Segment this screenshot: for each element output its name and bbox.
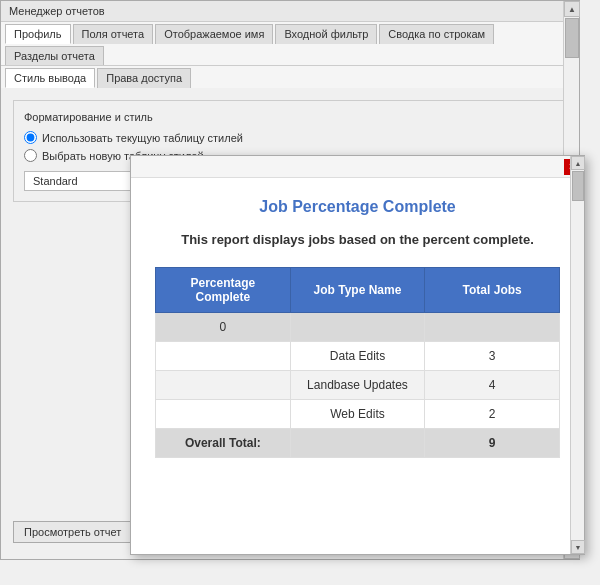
bg-window-title: Менеджер отчетов [9, 5, 105, 17]
table-row: 0 [156, 313, 560, 342]
tab-report-sections[interactable]: Разделы отчета [5, 46, 104, 65]
formatting-group-label: Форматирование и стиль [24, 111, 556, 123]
radio-choose-new[interactable] [24, 149, 37, 162]
report-dialog: × Job Percentage Complete This report di… [130, 155, 585, 555]
dialog-scrollbar[interactable]: ▲ ▼ [570, 156, 584, 554]
table-row: Landbase Updates4 [156, 371, 560, 400]
cell-percentage [156, 371, 291, 400]
radio-use-current[interactable] [24, 131, 37, 144]
col-header-jobtype: Job Type Name [290, 268, 425, 313]
cell-total-jobs: 4 [425, 371, 560, 400]
report-table: Percentage Complete Job Type Name Total … [155, 267, 560, 458]
scrollbar-up-btn[interactable]: ▲ [564, 1, 580, 17]
preview-btn-container: Просмотреть отчет [13, 521, 132, 543]
dialog-scrollbar-thumb[interactable] [572, 171, 584, 201]
cell-total-jobs [425, 313, 560, 342]
tab-access-rights[interactable]: Права доступа [97, 68, 191, 88]
cell-job-type [290, 429, 425, 458]
col-header-total: Total Jobs [425, 268, 560, 313]
table-row: Data Edits3 [156, 342, 560, 371]
cell-job-type [290, 313, 425, 342]
tab-output-style[interactable]: Стиль вывода [5, 68, 95, 88]
tab-input-filter[interactable]: Входной фильтр [275, 24, 377, 44]
bg-tabs-row1: Профиль Поля отчета Отображаемое имя Вхо… [1, 22, 579, 66]
dialog-titlebar: × [131, 156, 584, 178]
table-row: Web Edits2 [156, 400, 560, 429]
dialog-title: Job Percentage Complete [155, 198, 560, 216]
preview-report-button[interactable]: Просмотреть отчет [13, 521, 132, 543]
cell-percentage: Overall Total: [156, 429, 291, 458]
bg-titlebar: Менеджер отчетов [1, 1, 579, 22]
cell-total-jobs: 3 [425, 342, 560, 371]
dialog-scrollbar-down[interactable]: ▼ [571, 540, 585, 554]
cell-job-type: Landbase Updates [290, 371, 425, 400]
dialog-subtitle: This report displays jobs based on the p… [155, 232, 560, 247]
tab-profile[interactable]: Профиль [5, 24, 71, 44]
tab-report-fields[interactable]: Поля отчета [73, 24, 154, 44]
scrollbar-thumb[interactable] [565, 18, 579, 58]
cell-total-jobs: 9 [425, 429, 560, 458]
table-row: Overall Total:9 [156, 429, 560, 458]
tab-display-name[interactable]: Отображаемое имя [155, 24, 273, 44]
col-header-percentage: Percentage Complete [156, 268, 291, 313]
radio-label-1: Использовать текущую таблицу стилей [42, 132, 243, 144]
cell-percentage: 0 [156, 313, 291, 342]
dialog-body: Job Percentage Complete This report disp… [131, 178, 584, 478]
tab-row-summary[interactable]: Сводка по строкам [379, 24, 494, 44]
radio-option-1[interactable]: Использовать текущую таблицу стилей [24, 131, 556, 144]
dialog-scrollbar-up[interactable]: ▲ [571, 156, 585, 170]
bg-tabs-row2: Стиль вывода Права доступа [1, 66, 579, 88]
cell-job-type: Web Edits [290, 400, 425, 429]
cell-percentage [156, 400, 291, 429]
cell-job-type: Data Edits [290, 342, 425, 371]
cell-total-jobs: 2 [425, 400, 560, 429]
cell-percentage [156, 342, 291, 371]
